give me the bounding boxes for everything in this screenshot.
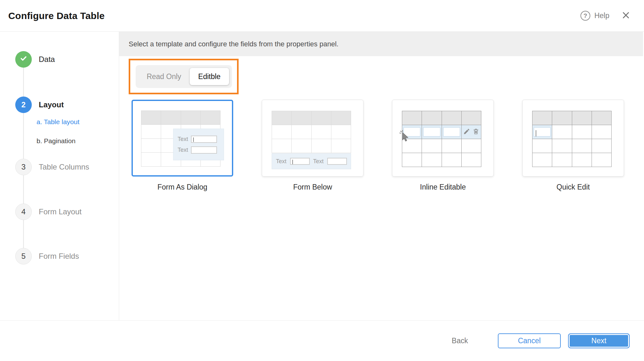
mock-text-input	[191, 146, 217, 154]
template-label: Quick Edit	[522, 183, 624, 191]
back-button[interactable]: Back	[452, 337, 468, 345]
mode-toggle[interactable]: Read Only Editble	[136, 65, 232, 88]
mock-cell-input	[443, 127, 460, 137]
step-label: Form Layout	[39, 207, 82, 216]
editable-option[interactable]: Editble	[190, 68, 229, 85]
mock-text-input	[191, 136, 217, 143]
step-item-data[interactable]: Data	[15, 51, 55, 68]
table-mockup	[532, 111, 612, 167]
text-cursor	[193, 137, 194, 142]
main-panel: Select a template and configure the fiel…	[119, 32, 644, 320]
step-complete-badge	[15, 51, 32, 68]
step-label: Data	[39, 55, 55, 64]
template-label: Inline Editable	[392, 183, 494, 191]
step-item-table-columns[interactable]: 3 Table Columns	[15, 159, 89, 175]
text-cursor	[292, 160, 293, 164]
wizard-stepper-sidebar: Data 2 Layout a. Table layout b. Paginat…	[0, 32, 119, 320]
template-label: Form As Dialog	[132, 183, 233, 191]
template-label: Form Below	[262, 183, 363, 191]
stepper-connector-line	[23, 59, 24, 257]
mock-field-label: Text	[276, 158, 286, 165]
step-label: Layout	[39, 100, 64, 109]
step-number-badge: 4	[15, 204, 32, 220]
question-circle-icon: ?	[580, 11, 590, 21]
substep-pagination[interactable]: b. Pagination	[37, 137, 76, 145]
text-cursor	[536, 130, 536, 137]
mock-field-label: Text	[178, 147, 188, 153]
mock-text-input	[290, 158, 310, 165]
help-label: Help	[594, 11, 609, 20]
next-button[interactable]: Next	[568, 333, 630, 348]
close-icon	[621, 11, 630, 21]
help-button[interactable]: ? Help	[580, 11, 609, 21]
mouse-cursor-icon	[399, 130, 412, 144]
step-number-badge: 2	[15, 97, 32, 113]
dialog-form-mockup: Text Text	[173, 129, 224, 160]
mock-field-label: Text	[178, 136, 188, 143]
close-button[interactable]	[621, 11, 630, 21]
template-card-list: Text Text Form As Dialog	[132, 100, 624, 191]
template-card-inline-editable[interactable]	[392, 100, 494, 177]
step-label: Table Columns	[39, 163, 89, 171]
step-item-form-layout[interactable]: 4 Form Layout	[15, 204, 82, 220]
step-item-form-fields[interactable]: 5 Form Fields	[15, 248, 79, 264]
template-card-form-as-dialog[interactable]: Text Text	[132, 100, 233, 177]
instruction-text: Select a template and configure the fiel…	[129, 40, 338, 48]
step-number-badge: 3	[15, 159, 32, 175]
instruction-bar: Select a template and configure the fiel…	[119, 32, 643, 56]
table-mockup	[402, 111, 481, 167]
substep-table-layout[interactable]: a. Table layout	[37, 118, 79, 126]
delete-trash-icon	[472, 128, 479, 136]
mock-cell-input	[423, 127, 440, 137]
step-number-badge: 5	[15, 248, 32, 264]
mode-toggle-highlight: Read Only Editble	[129, 59, 239, 94]
form-below-mockup: Text Text	[272, 153, 351, 169]
page-title: Configure Data Table	[8, 10, 105, 21]
table-mockup	[272, 111, 351, 153]
mock-field-label: Text	[313, 158, 324, 165]
dialog-header: Configure Data Table ? Help	[0, 0, 644, 32]
edit-pencil-icon	[463, 128, 470, 136]
dialog-footer: Back Cancel Next	[0, 320, 644, 361]
cancel-button[interactable]: Cancel	[498, 333, 561, 348]
template-card-quick-edit[interactable]	[522, 100, 624, 177]
check-icon	[19, 54, 28, 64]
step-label: Form Fields	[39, 252, 79, 261]
read-only-option[interactable]: Read Only	[136, 65, 192, 88]
template-card-form-below[interactable]: Text Text	[262, 100, 363, 177]
mock-cell-input	[534, 127, 551, 137]
step-item-layout[interactable]: 2 Layout	[15, 97, 64, 113]
mock-text-input	[327, 158, 347, 165]
